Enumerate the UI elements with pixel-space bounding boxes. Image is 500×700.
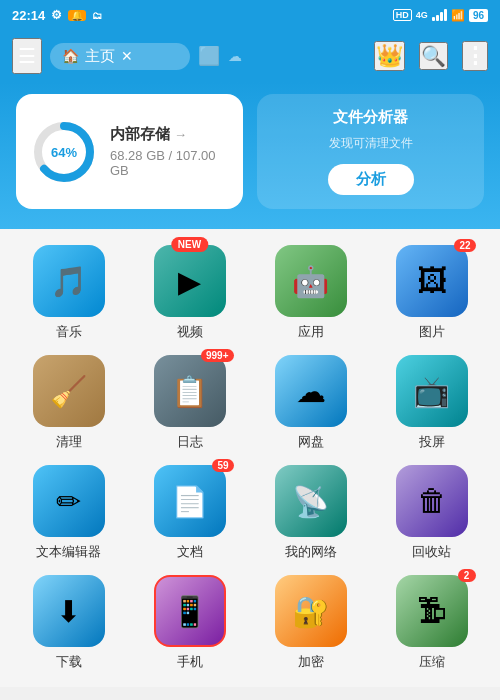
hamburger-icon: ☰ [18, 45, 36, 67]
app-label-doc: 文档 [177, 543, 203, 561]
app-icon-wrap-phone: 📱 [154, 575, 226, 647]
app-label-app: 应用 [298, 323, 324, 341]
tab-close-button[interactable]: ✕ [121, 48, 133, 64]
hero-section: 64% 内部存储 → 68.28 GB / 107.00 GB 文件分析器 发现… [0, 82, 500, 229]
app-icon-wrap-clean: 🧹 [33, 355, 105, 427]
notification-icon: 🔔 [68, 10, 86, 21]
app-item-texteditor[interactable]: ✏文本编辑器 [12, 465, 125, 561]
app-label-zip: 压缩 [419, 653, 445, 671]
analyzer-title: 文件分析器 [333, 108, 408, 127]
app-icon-wrap-zip: 🗜2 [396, 575, 468, 647]
app-icon-wrap-log: 📋999+ [154, 355, 226, 427]
toolbar: ☰ 🏠 主页 ✕ ⬜ ☁ 👑 🔍 ⋮ [0, 30, 500, 82]
hamburger-button[interactable]: ☰ [12, 38, 42, 74]
app-icon-network: 📡 [275, 465, 347, 537]
storage-percent: 64% [51, 144, 77, 159]
app-icon-photo: 🖼 [396, 245, 468, 317]
app-icon-wrap-download: ⬇ [33, 575, 105, 647]
app-item-download[interactable]: ⬇下载 [12, 575, 125, 671]
app-icon-zip: 🗜 [396, 575, 468, 647]
app-icon-wrap-lock: 🔐 [275, 575, 347, 647]
app-item-cast[interactable]: 📺投屏 [375, 355, 488, 451]
app-label-video: 视频 [177, 323, 203, 341]
analyze-button[interactable]: 分析 [328, 164, 414, 195]
status-right: HD 4G 📶 96 [393, 9, 488, 22]
app-icon-clean: 🧹 [33, 355, 105, 427]
status-bar: 22:14 ⚙ 🔔 🗂 HD 4G 📶 96 [0, 0, 500, 30]
app-label-music: 音乐 [56, 323, 82, 341]
app-item-phone[interactable]: 📱手机 [133, 575, 246, 671]
app-icon-wrap-network: 📡 [275, 465, 347, 537]
app-item-log[interactable]: 📋999+日志 [133, 355, 246, 451]
storage-arrow-icon: → [174, 127, 187, 142]
main-tab[interactable]: 🏠 主页 ✕ [50, 43, 190, 70]
app-icon-trash: 🗑 [396, 465, 468, 537]
app-label-network: 我的网络 [285, 543, 337, 561]
app-item-video[interactable]: ▶NEW视频 [133, 245, 246, 341]
cloud-sync-button[interactable]: ☁ [228, 48, 242, 64]
app-grid-section: 🎵音乐▶NEW视频🤖应用🖼22图片🧹清理📋999+日志☁网盘📺投屏✏文本编辑器📄… [0, 229, 500, 687]
app-icon-texteditor: ✏ [33, 465, 105, 537]
4g-icon: 4G [416, 10, 428, 20]
app-item-zip[interactable]: 🗜2压缩 [375, 575, 488, 671]
signal-icon [432, 9, 447, 21]
storage-title: 内部存储 → [110, 125, 227, 144]
app-label-lock: 加密 [298, 653, 324, 671]
app-item-clean[interactable]: 🧹清理 [12, 355, 125, 451]
app-label-cloud: 网盘 [298, 433, 324, 451]
battery-indicator: 96 [469, 9, 488, 22]
settings-icon: ⚙ [51, 8, 62, 22]
app-item-trash[interactable]: 🗑回收站 [375, 465, 488, 561]
app-label-phone: 手机 [177, 653, 203, 671]
wifi-icon: 📶 [451, 9, 465, 22]
app-icon-wrap-trash: 🗑 [396, 465, 468, 537]
app-icon-lock: 🔐 [275, 575, 347, 647]
badge-count-photo: 22 [454, 239, 475, 252]
app-icon-wrap-music: 🎵 [33, 245, 105, 317]
app-label-photo: 图片 [419, 323, 445, 341]
analyzer-card: 文件分析器 发现可清理文件 分析 [257, 94, 484, 209]
analyzer-subtitle: 发现可清理文件 [329, 135, 413, 152]
storage-card[interactable]: 64% 内部存储 → 68.28 GB / 107.00 GB [16, 94, 243, 209]
app-icon-music: 🎵 [33, 245, 105, 317]
app-grid: 🎵音乐▶NEW视频🤖应用🖼22图片🧹清理📋999+日志☁网盘📺投屏✏文本编辑器📄… [12, 245, 488, 671]
app-item-network[interactable]: 📡我的网络 [254, 465, 367, 561]
app-icon-video: ▶ [154, 245, 226, 317]
app-icon-wrap-cloud: ☁ [275, 355, 347, 427]
app-item-music[interactable]: 🎵音乐 [12, 245, 125, 341]
storage-info: 内部存储 → 68.28 GB / 107.00 GB [110, 125, 227, 178]
app-icon-wrap-doc: 📄59 [154, 465, 226, 537]
tab-label: 主页 [85, 47, 115, 66]
app-icon-wrap-cast: 📺 [396, 355, 468, 427]
app-label-log: 日志 [177, 433, 203, 451]
app-label-download: 下载 [56, 653, 82, 671]
app-icon-log: 📋 [154, 355, 226, 427]
sim-icon: 🗂 [92, 10, 102, 21]
hd-icon: HD [393, 9, 412, 21]
search-button[interactable]: 🔍 [419, 42, 448, 70]
badge-count-log: 999+ [201, 349, 234, 362]
app-icon-wrap-app: 🤖 [275, 245, 347, 317]
badge-new-video: NEW [171, 237, 208, 252]
app-item-doc[interactable]: 📄59文档 [133, 465, 246, 561]
app-icon-wrap-video: ▶NEW [154, 245, 226, 317]
more-button[interactable]: ⋮ [462, 41, 488, 71]
app-icon-download: ⬇ [33, 575, 105, 647]
vip-button[interactable]: 👑 [374, 41, 405, 71]
app-item-app[interactable]: 🤖应用 [254, 245, 367, 341]
status-time: 22:14 [12, 8, 45, 23]
app-label-texteditor: 文本编辑器 [36, 543, 101, 561]
app-label-clean: 清理 [56, 433, 82, 451]
storage-size: 68.28 GB / 107.00 GB [110, 148, 227, 178]
app-item-cloud[interactable]: ☁网盘 [254, 355, 367, 451]
app-icon-doc: 📄 [154, 465, 226, 537]
app-item-photo[interactable]: 🖼22图片 [375, 245, 488, 341]
app-label-cast: 投屏 [419, 433, 445, 451]
app-label-trash: 回收站 [412, 543, 451, 561]
app-icon-wrap-photo: 🖼22 [396, 245, 468, 317]
app-icon-cast: 📺 [396, 355, 468, 427]
status-left: 22:14 ⚙ 🔔 🗂 [12, 8, 102, 23]
tab-add-button[interactable]: ⬜ [198, 45, 220, 67]
app-item-lock[interactable]: 🔐加密 [254, 575, 367, 671]
home-icon: 🏠 [62, 48, 79, 64]
